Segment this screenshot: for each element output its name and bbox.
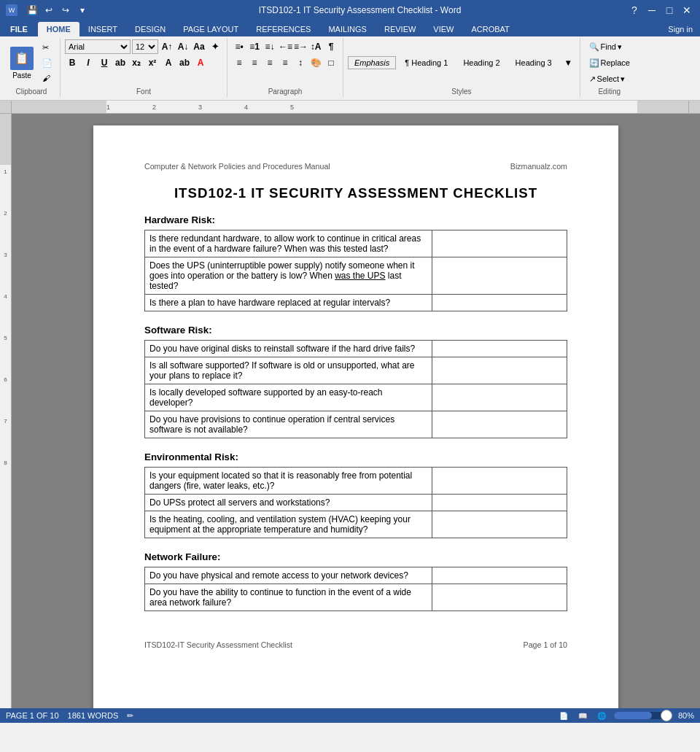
document-scroll[interactable]: Computer & Network Policies and Procedur… (12, 114, 700, 708)
italic-button[interactable]: I (81, 55, 96, 70)
tab-review[interactable]: REVIEW (376, 22, 424, 36)
header-right: Bizmanualz.com (510, 162, 567, 171)
qat-dropdown[interactable]: ▾ (75, 3, 90, 18)
redo-button[interactable]: ↪ (58, 3, 73, 18)
table-row: Is the heating, cooling, and ventilation… (145, 511, 567, 538)
window-title: ITSD102-1 IT Security Assessment Checkli… (93, 5, 627, 15)
window-controls: ? ─ □ ✕ (627, 3, 694, 18)
clear-format-btn[interactable]: ✦ (208, 39, 222, 54)
tab-design[interactable]: DESIGN (126, 22, 174, 36)
find-button[interactable]: 🔍 Find ▾ (586, 39, 633, 54)
underline-button[interactable]: U (97, 55, 112, 70)
question-cell: Does the UPS (uninterruptible power supp… (145, 257, 432, 295)
paragraph-group: ≡• ≡1 ≡↓ ←≡ ≡→ ↕A ¶ ≡ ≡ ≡ ≡ ↕ 🎨 □ (228, 38, 343, 97)
table-row: Is your equipment located so that it is … (145, 468, 567, 495)
tab-page-layout[interactable]: PAGE LAYOUT (174, 22, 247, 36)
status-bar: PAGE 1 OF 10 1861 WORDS ✏ 📄 📖 🌐 80% (0, 708, 700, 723)
tab-view[interactable]: VIEW (424, 22, 462, 36)
close-button[interactable]: ✕ (680, 3, 694, 18)
font-name-select[interactable]: Arial (65, 39, 131, 54)
strikethrough-btn[interactable]: ab (113, 55, 128, 70)
select-button[interactable]: ↗ Select ▾ (586, 71, 633, 86)
style-emphasis[interactable]: Emphasis (348, 56, 396, 69)
answer-cell (432, 295, 567, 311)
line-spacing-btn[interactable]: ↕ (293, 55, 308, 70)
format-painter-button[interactable]: 🖌 (39, 71, 55, 85)
question-cell: Do you have the ability to continue to f… (145, 584, 432, 611)
style-heading1[interactable]: ¶ Heading 1 (398, 56, 454, 69)
document-title: ITSD102-1 IT SECURITY ASSESSMENT CHECKLI… (144, 185, 567, 201)
maximize-button[interactable]: □ (662, 3, 677, 18)
paste-button[interactable]: 📋 Paste (7, 44, 36, 81)
answer-cell (432, 357, 567, 384)
print-layout-view-btn[interactable]: 📄 (557, 709, 570, 722)
environmental-risk-table: Is your equipment located so that it is … (144, 467, 567, 538)
page-footer: ITSD102-IT Security Assessment Checklist… (144, 640, 567, 649)
font-color-btn[interactable]: A (193, 55, 208, 70)
multilevel-btn[interactable]: ≡↓ (262, 39, 277, 54)
tab-references[interactable]: REFERENCES (247, 22, 319, 36)
sort-btn[interactable]: ↕A (308, 39, 323, 54)
table-row: Do UPSs protect all servers and workstat… (145, 495, 567, 511)
bullets-btn[interactable]: ≡• (232, 39, 246, 54)
software-risk-table: Do you have original disks to reinstall … (144, 340, 567, 438)
borders-btn[interactable]: □ (324, 55, 338, 70)
web-layout-btn[interactable]: 🌐 (595, 709, 608, 722)
section-hardware: Hardware Risk: Is there redundant hardwa… (144, 214, 567, 311)
copy-button[interactable]: 📄 (39, 55, 55, 70)
highlight-btn[interactable]: ab (177, 55, 192, 70)
style-heading3[interactable]: Heading 3 (509, 56, 559, 69)
question-cell: Is there redundant hardware, to allow wo… (145, 230, 432, 257)
tab-home[interactable]: HOME (38, 22, 79, 36)
increase-indent-btn[interactable]: ≡→ (293, 39, 308, 54)
subscript-btn[interactable]: x₂ (129, 55, 144, 70)
bold-button[interactable]: B (65, 55, 79, 70)
style-heading2[interactable]: Heading 2 (456, 56, 506, 69)
shading-btn[interactable]: 🎨 (308, 55, 323, 70)
tab-acrobat[interactable]: ACROBAT (462, 22, 518, 36)
text-effects-btn[interactable]: A (161, 55, 176, 70)
align-center-btn[interactable]: ≡ (247, 55, 262, 70)
table-row: Does the UPS (uninterruptible power supp… (145, 257, 567, 295)
header-left: Computer & Network Policies and Procedur… (144, 162, 330, 171)
zoom-slider[interactable] (614, 712, 672, 719)
save-button[interactable]: 💾 (25, 3, 39, 18)
sign-in-link[interactable]: Sign in (661, 22, 700, 36)
change-case-btn[interactable]: Aa (192, 39, 206, 54)
increase-font-btn[interactable]: A↑ (160, 39, 174, 54)
table-row: Is there a plan to have hardware replace… (145, 295, 567, 311)
editing-group: 🔍 Find ▾ 🔄 Replace ↗ Select ▾ Editing (580, 38, 639, 97)
undo-button[interactable]: ↩ (42, 3, 56, 18)
ribbon-tabs: FILE HOME INSERT DESIGN PAGE LAYOUT REFE… (0, 20, 700, 36)
font-size-select[interactable]: 12 (132, 39, 158, 54)
help-button[interactable]: ? (627, 3, 642, 18)
editing-label: Editing (598, 88, 621, 96)
replace-button[interactable]: 🔄 Replace (586, 55, 633, 70)
decrease-font-btn[interactable]: A↓ (176, 39, 190, 54)
question-cell: Is your equipment located so that it is … (145, 468, 432, 495)
styles-gallery-more[interactable]: ▾ (561, 55, 575, 70)
decrease-indent-btn[interactable]: ←≡ (278, 39, 292, 54)
question-cell: Do you have original disks to reinstall … (145, 341, 432, 357)
tab-insert[interactable]: INSERT (79, 22, 126, 36)
show-marks-btn[interactable]: ¶ (324, 39, 338, 54)
question-cell: Is the heating, cooling, and ventilation… (145, 511, 432, 538)
quick-access-toolbar: 💾 ↩ ↪ ▾ (22, 3, 93, 18)
minimize-button[interactable]: ─ (645, 3, 659, 18)
question-cell: Do you have physical and remote access t… (145, 567, 432, 584)
justify-btn[interactable]: ≡ (278, 55, 292, 70)
cut-button[interactable]: ✂ (39, 40, 55, 55)
page-info: PAGE 1 OF 10 (6, 711, 59, 720)
align-left-btn[interactable]: ≡ (232, 55, 246, 70)
tab-file[interactable]: FILE (0, 22, 38, 36)
zoom-level: 80% (678, 711, 694, 720)
document-area: 1 2 3 4 5 6 7 8 Computer & Network Polic… (0, 114, 700, 708)
read-mode-btn[interactable]: 📖 (576, 709, 589, 722)
software-risk-title: Software Risk: (144, 325, 567, 336)
edit-icon[interactable]: ✏ (127, 711, 133, 721)
tab-mailings[interactable]: MAILINGS (319, 22, 376, 36)
align-right-btn[interactable]: ≡ (262, 55, 277, 70)
app-icon: W (6, 4, 18, 16)
numbering-btn[interactable]: ≡1 (247, 39, 262, 54)
superscript-btn[interactable]: x² (145, 55, 160, 70)
